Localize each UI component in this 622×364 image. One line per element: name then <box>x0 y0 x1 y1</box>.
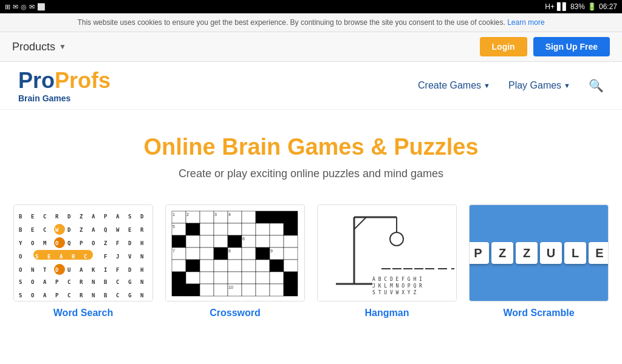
svg-rect-112 <box>256 235 270 248</box>
word-scramble-image: P Z Z U L E <box>469 204 609 302</box>
svg-rect-144 <box>284 272 298 284</box>
svg-rect-139 <box>214 272 228 284</box>
svg-rect-99 <box>214 223 228 235</box>
svg-text:A: A <box>60 254 63 260</box>
svg-text:G: G <box>128 292 131 298</box>
scramble-tiles: P Z Z U L E <box>469 242 609 264</box>
svg-text:J K L M N O P Q R: J K L M N O P Q R <box>372 283 422 289</box>
top-nav: Products ▼ Login Sign Up Free <box>0 32 622 62</box>
svg-text:C: C <box>67 279 70 285</box>
clock: 06:27 <box>599 2 617 11</box>
svg-text:N: N <box>140 292 143 298</box>
main-header: ProProfs Brain Games Create Games ▼ Play… <box>0 62 622 110</box>
search-icon[interactable]: 🔍 <box>589 78 604 93</box>
svg-text:E: E <box>47 254 50 260</box>
app-icon-3: ◎ <box>21 3 27 11</box>
svg-rect-129 <box>200 260 214 272</box>
svg-text:V: V <box>128 254 132 260</box>
svg-rect-134 <box>270 260 284 272</box>
svg-text:K: K <box>92 267 95 273</box>
svg-text:N: N <box>31 267 34 273</box>
svg-text:Q: Q <box>67 240 71 246</box>
svg-text:5: 5 <box>173 224 175 229</box>
svg-text:4: 4 <box>228 212 231 217</box>
bars-icon: ▋▋ <box>557 2 568 11</box>
main-navigation: Create Games ▼ Play Games ▼ 🔍 <box>418 78 604 93</box>
word-scramble-card[interactable]: P Z Z U L E Word Scramble <box>469 204 609 318</box>
signup-button[interactable]: Sign Up Free <box>533 37 610 56</box>
status-icons: ⊞ ✉ ◎ ✉ ⬜ <box>5 3 46 11</box>
svg-text:I: I <box>104 267 107 273</box>
svg-text:O: O <box>31 240 35 246</box>
svg-text:B: B <box>19 214 22 220</box>
svg-text:M: M <box>43 240 47 246</box>
svg-text:7: 7 <box>173 249 175 253</box>
crossword-label: Crossword <box>210 308 261 318</box>
svg-rect-105 <box>172 235 186 248</box>
svg-text:C: C <box>43 227 46 233</box>
svg-rect-131 <box>228 260 242 272</box>
svg-rect-100 <box>228 223 242 235</box>
play-games-nav[interactable]: Play Games ▼ <box>508 80 570 91</box>
svg-text:P: P <box>55 279 59 285</box>
svg-rect-130 <box>214 260 228 272</box>
scramble-tile-l: L <box>564 242 586 264</box>
svg-rect-153 <box>270 284 284 296</box>
svg-text:10: 10 <box>228 285 233 289</box>
svg-text:J: J <box>116 254 119 260</box>
svg-rect-107 <box>200 235 214 248</box>
svg-rect-108 <box>214 235 228 248</box>
svg-text:Y: Y <box>19 240 22 246</box>
cookie-banner: This website uses cookies to ensure you … <box>0 13 622 32</box>
svg-text:3: 3 <box>214 212 217 217</box>
scramble-tile-z1: Z <box>491 242 513 264</box>
svg-rect-102 <box>256 223 270 235</box>
create-games-arrow: ▼ <box>484 82 490 89</box>
svg-text:H: H <box>140 267 143 273</box>
word-search-card[interactable]: B E C R D Z A P A S D B E C W D Z A <box>13 204 153 318</box>
learn-more-link[interactable]: Learn more <box>507 18 544 27</box>
svg-text:N: N <box>92 279 95 285</box>
svg-text:D: D <box>55 267 59 273</box>
svg-rect-106 <box>186 235 200 248</box>
svg-rect-151 <box>242 284 256 296</box>
hangman-card[interactable]: A B C D E F G H I J K L M N O P Q R S T … <box>317 204 457 318</box>
svg-text:F: F <box>104 254 107 260</box>
svg-rect-152 <box>256 284 270 296</box>
svg-text:A: A <box>80 267 83 273</box>
crossword-card[interactable]: 1 2 3 4 5 <box>165 204 305 318</box>
signal-icon: H+ <box>545 2 555 11</box>
app-icon-5: ⬜ <box>37 3 46 11</box>
svg-text:E: E <box>31 227 34 233</box>
svg-rect-94 <box>284 211 298 223</box>
svg-text:A B C D E F G H I: A B C D E F G H I <box>372 277 422 282</box>
games-grid: B E C R D Z A P A S D B E C W D Z A <box>0 192 622 318</box>
svg-text:R: R <box>80 279 83 285</box>
products-button[interactable]: Products ▼ <box>12 41 66 53</box>
svg-rect-135 <box>284 260 298 272</box>
svg-text:N: N <box>140 279 143 285</box>
logo[interactable]: ProProfs Brain Games <box>18 68 111 103</box>
svg-text:C: C <box>116 292 119 298</box>
svg-text:G: G <box>128 279 131 285</box>
svg-text:H: H <box>140 240 143 246</box>
svg-text:6: 6 <box>242 237 245 241</box>
create-games-nav[interactable]: Create Games ▼ <box>418 80 490 91</box>
svg-text:F: F <box>116 267 119 273</box>
logo-profs: Profs <box>55 68 111 93</box>
svg-rect-148 <box>214 284 228 296</box>
svg-rect-123 <box>256 248 270 260</box>
svg-rect-137 <box>186 272 200 284</box>
svg-text:A: A <box>92 214 95 220</box>
svg-rect-128 <box>186 260 200 272</box>
svg-text:T: T <box>43 267 47 273</box>
svg-text:A: A <box>116 214 120 220</box>
hangman-image: A B C D E F G H I J K L M N O P Q R S T … <box>317 204 457 302</box>
svg-text:R: R <box>72 254 75 260</box>
svg-rect-109 <box>228 235 242 248</box>
scramble-tile-u: U <box>540 242 562 264</box>
login-button[interactable]: Login <box>480 37 527 56</box>
svg-rect-132 <box>242 260 256 272</box>
svg-rect-104 <box>284 223 298 235</box>
svg-text:O: O <box>19 267 22 273</box>
